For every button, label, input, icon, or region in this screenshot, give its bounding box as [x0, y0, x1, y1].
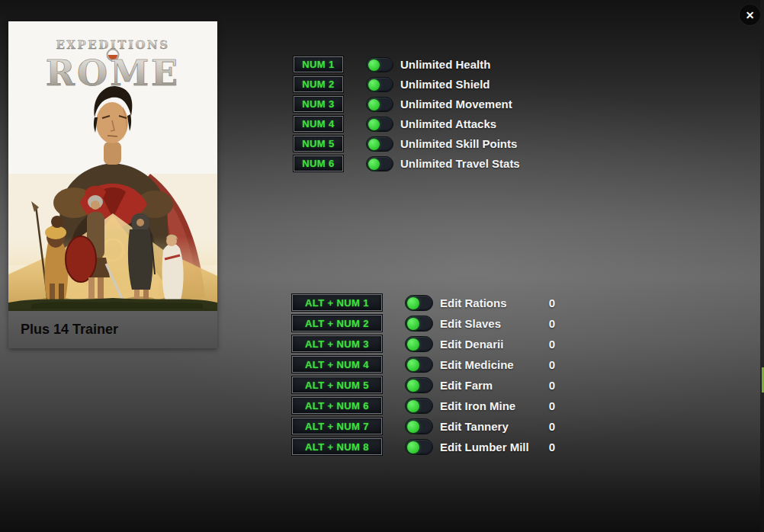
toggle-knob: [407, 421, 419, 433]
toggle-switch[interactable]: [405, 316, 433, 332]
toggle-knob: [368, 59, 380, 71]
hotkey-button[interactable]: NUM 2: [294, 76, 343, 92]
cheat-label: Unlimited Health: [400, 58, 490, 71]
poster-title-main: ROME: [46, 53, 180, 94]
toggle-knob: [407, 318, 419, 330]
toggle-knob: [407, 338, 419, 351]
toggle-knob: [407, 441, 419, 453]
toggle-switch[interactable]: [405, 377, 433, 393]
toggle-switch[interactable]: [366, 57, 393, 72]
trainer-row: ALT + NUM 2 Edit Slaves 0: [292, 315, 529, 332]
toggle-switch[interactable]: [405, 357, 433, 373]
hotkey-button[interactable]: NUM 4: [294, 116, 343, 132]
cheat-label: Edit Medicine: [440, 358, 514, 371]
hotkey-button[interactable]: NUM 5: [294, 136, 343, 152]
cheat-value: 0: [544, 379, 560, 392]
cheat-label: Edit Iron Mine: [440, 399, 515, 412]
cheat-group-unlimited: NUM 1 Unlimited Health NUM 2 Unlimited S…: [294, 56, 520, 171]
cheat-label: Edit Tannery: [440, 420, 509, 433]
hotkey-button[interactable]: ALT + NUM 8: [292, 438, 382, 455]
trainer-window: ✕: [0, 0, 764, 532]
right-edge-strip: [760, 0, 764, 532]
cheat-label: Edit Slaves: [440, 317, 501, 330]
toggle-switch[interactable]: [405, 398, 433, 414]
hotkey-button[interactable]: ALT + NUM 2: [292, 315, 382, 332]
cheat-value: 0: [544, 441, 560, 453]
toggle-switch[interactable]: [366, 117, 393, 132]
toggle-knob: [368, 159, 380, 170]
toggle-switch[interactable]: [366, 156, 393, 171]
cheat-label: Unlimited Movement: [400, 98, 512, 111]
toggle-switch[interactable]: [405, 336, 433, 352]
trainer-row: NUM 3 Unlimited Movement: [294, 96, 520, 112]
toggle-knob: [368, 119, 380, 130]
trainer-caption: Plus 14 Trainer: [8, 311, 217, 348]
toggle-switch[interactable]: [405, 439, 433, 455]
cheat-label: Edit Denarii: [440, 338, 503, 351]
cheat-label: Edit Lumber Mill: [440, 441, 529, 453]
trainer-row: ALT + NUM 5 Edit Farm 0: [292, 377, 529, 393]
toggle-switch[interactable]: [366, 136, 393, 152]
trainer-row: ALT + NUM 6 Edit Iron Mine 0: [292, 397, 529, 414]
hotkey-button[interactable]: ALT + NUM 4: [292, 356, 382, 373]
trainer-row: NUM 1 Unlimited Health: [294, 56, 520, 72]
trainer-row: NUM 6 Unlimited Travel Stats: [294, 155, 520, 171]
poster-logo: EXPEDITIONS ROME: [46, 38, 180, 94]
toggle-knob: [368, 79, 380, 91]
trainer-row: NUM 5 Unlimited Skill Points: [294, 136, 520, 152]
hotkey-button[interactable]: ALT + NUM 6: [292, 397, 382, 414]
close-button[interactable]: ✕: [740, 5, 760, 25]
toggle-switch[interactable]: [405, 295, 433, 311]
cheat-label: Unlimited Skill Points: [400, 137, 517, 150]
cheat-label: Unlimited Shield: [400, 78, 490, 91]
cheat-label: Unlimited Travel Stats: [400, 157, 520, 170]
cheat-value: 0: [544, 317, 560, 330]
toggle-knob: [407, 297, 419, 309]
toggle-knob: [407, 359, 419, 371]
game-poster-art: EXPEDITIONS ROME: [8, 21, 217, 311]
toggle-switch[interactable]: [405, 418, 433, 434]
cheat-value: 0: [544, 296, 560, 309]
hotkey-button[interactable]: ALT + NUM 5: [292, 377, 382, 393]
cheat-label: Edit Farm: [440, 379, 493, 392]
toggle-switch[interactable]: [366, 77, 393, 92]
toggle-switch[interactable]: [366, 97, 393, 112]
trainer-row: ALT + NUM 7 Edit Tannery 0: [292, 418, 529, 434]
hotkey-button[interactable]: ALT + NUM 7: [292, 418, 382, 434]
cheat-label: Unlimited Attacks: [400, 117, 496, 130]
trainer-row: ALT + NUM 4 Edit Medicine 0: [292, 356, 529, 373]
cheat-value: 0: [544, 338, 560, 351]
hotkey-button[interactable]: ALT + NUM 1: [292, 294, 382, 311]
toggle-knob: [407, 380, 419, 392]
trainer-row: NUM 4 Unlimited Attacks: [294, 116, 520, 132]
trainer-row: NUM 2 Unlimited Shield: [294, 76, 520, 92]
hotkey-button[interactable]: ALT + NUM 3: [292, 335, 382, 352]
toggle-knob: [368, 99, 380, 111]
cheat-value: 0: [544, 358, 560, 371]
trainer-row: ALT + NUM 8 Edit Lumber Mill 0: [292, 438, 529, 455]
hotkey-button[interactable]: NUM 3: [294, 96, 343, 112]
cheat-value: 0: [544, 399, 560, 412]
cheat-group-editors: ALT + NUM 1 Edit Rations 0 ALT + NUM 2 E…: [292, 294, 529, 455]
close-icon: ✕: [746, 9, 755, 21]
cheat-value: 0: [544, 420, 560, 433]
hotkey-button[interactable]: NUM 6: [294, 155, 343, 171]
game-poster: EXPEDITIONS ROME: [8, 21, 217, 311]
hotkey-button[interactable]: NUM 1: [294, 56, 343, 72]
toggle-knob: [368, 139, 380, 150]
cheat-label: Edit Rations: [440, 296, 507, 309]
trainer-row: ALT + NUM 1 Edit Rations 0: [292, 294, 529, 311]
toggle-knob: [407, 400, 419, 412]
trainer-row: ALT + NUM 3 Edit Denarii 0: [292, 335, 529, 352]
